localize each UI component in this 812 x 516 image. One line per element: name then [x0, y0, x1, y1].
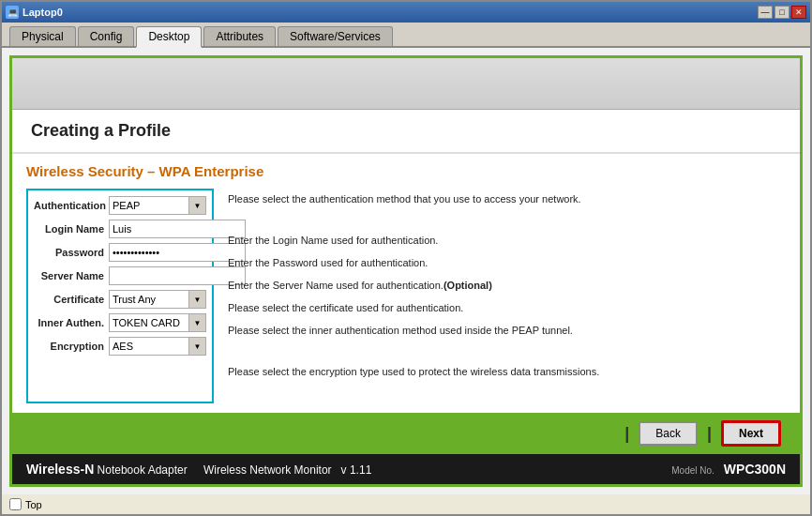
tab-config[interactable]: Config — [78, 26, 135, 46]
authentication-row: Authentication PEAP EAP-TLS EAP-TTLS LEA… — [34, 196, 206, 215]
separator-left: | — [624, 424, 629, 444]
title-bar-left: 💻 Laptop0 — [6, 6, 63, 19]
certificate-select-wrapper: Trust Any Validate Server ▼ — [109, 290, 206, 309]
close-button[interactable]: ✕ — [791, 6, 806, 19]
window-title: Laptop0 — [23, 7, 63, 18]
desc-encryption: Please select the encryption type used t… — [228, 363, 786, 401]
title-controls: — □ ✕ — [758, 6, 806, 19]
top-banner — [12, 58, 800, 110]
desc-server: Enter the Server Name used for authentic… — [228, 277, 786, 296]
main-window: 💻 Laptop0 — □ ✕ Physical Config Desktop … — [0, 0, 812, 516]
desc-inner-authen: Please select the inner authentication m… — [228, 322, 786, 359]
window-icon: 💻 — [6, 6, 19, 19]
form-content: Authentication PEAP EAP-TLS EAP-TTLS LEA… — [26, 189, 786, 403]
top-checkbox[interactable] — [9, 498, 22, 510]
password-label: Password — [34, 247, 109, 258]
brand-bold: Wireless-N — [26, 462, 94, 477]
monitor-label: Wireless Network Monitor — [203, 463, 332, 477]
server-name-label: Server Name — [34, 270, 109, 281]
encryption-select[interactable]: AES TKIP TKIP or AES — [110, 338, 205, 355]
button-bar: | Back | Next — [12, 413, 800, 454]
inner-authen-select-wrapper: TOKEN CARD MD5-Challenge EAP-GTC EAP-OTP… — [109, 313, 206, 332]
profile-title: Creating a Profile — [31, 121, 781, 141]
server-name-input[interactable] — [109, 266, 246, 285]
certificate-label: Certificate — [34, 294, 109, 305]
authentication-select[interactable]: PEAP EAP-TLS EAP-TTLS LEAP — [110, 197, 205, 214]
bottom-bar: Top — [2, 494, 810, 514]
certificate-row: Certificate Trust Any Validate Server ▼ — [34, 290, 206, 309]
status-brand: Wireless-N Notebook Adapter Wireless Net… — [26, 462, 671, 477]
tab-software[interactable]: Software/Services — [278, 26, 393, 46]
certificate-select[interactable]: Trust Any Validate Server — [110, 291, 205, 308]
top-checkbox-label: Top — [25, 499, 42, 510]
tabs-area: Physical Config Desktop Attributes Softw… — [2, 23, 810, 48]
inner-authen-row: Inner Authen. TOKEN CARD MD5-Challenge E… — [34, 313, 206, 332]
password-input[interactable] — [109, 243, 246, 262]
encryption-row: Encryption AES TKIP TKIP or AES ▼ — [34, 337, 206, 356]
section-title: Wireless Security – WPA Enterprise — [26, 163, 786, 179]
next-button[interactable]: Next — [721, 420, 781, 447]
profile-header: Creating a Profile — [12, 110, 800, 154]
brand-right: Model No. WPC300N — [671, 462, 786, 477]
authentication-label: Authentication — [34, 200, 109, 211]
password-row: Password — [34, 243, 206, 262]
desc-password: Enter the Password used for authenticati… — [228, 254, 786, 273]
minimize-button[interactable]: — — [758, 6, 773, 19]
tab-desktop[interactable]: Desktop — [136, 26, 202, 48]
form-area: Wireless Security – WPA Enterprise Authe… — [12, 154, 800, 413]
brand-name: Wireless-N Notebook Adapter — [26, 462, 191, 477]
login-name-input[interactable] — [109, 220, 246, 238]
form-fields: Authentication PEAP EAP-TLS EAP-TTLS LEA… — [26, 189, 214, 403]
inner-authen-label: Inner Authen. — [34, 317, 109, 328]
authentication-select-wrapper: PEAP EAP-TLS EAP-TTLS LEAP ▼ — [109, 196, 206, 215]
content-area: Creating a Profile Wireless Security – W… — [2, 48, 810, 494]
desc-login: Enter the Login Name used for authentica… — [228, 232, 786, 250]
encryption-label: Encryption — [34, 341, 109, 352]
tab-physical[interactable]: Physical — [9, 26, 76, 46]
model-label: Model No. — [671, 465, 714, 476]
separator-right: | — [707, 424, 712, 444]
server-name-row: Server Name — [34, 266, 206, 285]
tab-attributes[interactable]: Attributes — [203, 26, 276, 46]
inner-authen-select[interactable]: TOKEN CARD MD5-Challenge EAP-GTC EAP-OTP — [110, 314, 205, 331]
back-button[interactable]: Back — [639, 421, 698, 446]
model-number: WPC300N — [724, 462, 786, 477]
encryption-select-wrapper: AES TKIP TKIP or AES ▼ — [109, 337, 206, 356]
maximize-button[interactable]: □ — [774, 6, 789, 19]
brand-thin: Notebook Adapter — [94, 463, 187, 477]
status-bar: Wireless-N Notebook Adapter Wireless Net… — [12, 454, 800, 484]
inner-panel: Creating a Profile Wireless Security – W… — [9, 55, 803, 487]
login-name-label: Login Name — [34, 223, 109, 235]
version-label: v 1.11 — [341, 463, 372, 477]
title-bar: 💻 Laptop0 — □ ✕ — [2, 2, 810, 23]
login-name-row: Login Name — [34, 220, 206, 238]
desc-certificate: Please select the certificate used for a… — [228, 299, 786, 318]
descriptions: Please select the authentication method … — [228, 189, 786, 403]
optional-text: (Optional) — [444, 278, 492, 294]
desc-auth: Please select the authentication method … — [228, 190, 786, 228]
desktop-panel: Creating a Profile Wireless Security – W… — [2, 48, 810, 494]
